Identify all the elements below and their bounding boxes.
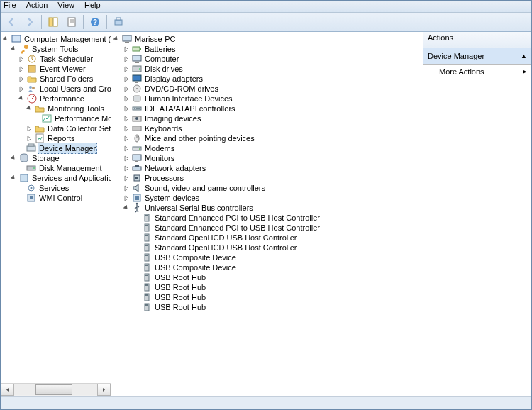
- expand-icon[interactable]: [123, 85, 131, 93]
- device-category[interactable]: Processors: [113, 173, 423, 183]
- expand-icon[interactable]: [123, 184, 131, 192]
- tree-item-reports[interactable]: Reports: [2, 133, 111, 143]
- scroll-right-button[interactable]: [97, 384, 111, 396]
- svg-rect-33: [140, 48, 141, 50]
- device-category[interactable]: Modems: [113, 143, 423, 153]
- expand-icon[interactable]: [123, 115, 131, 123]
- expand-icon[interactable]: [18, 85, 26, 93]
- collapse-icon[interactable]: [123, 204, 131, 212]
- expand-icon[interactable]: [123, 105, 131, 113]
- collapse-icon[interactable]: [26, 105, 33, 113]
- device-category[interactable]: Mice and other pointing devices: [113, 133, 423, 143]
- device-item[interactable]: Standard Enhanced PCI to USB Host Contro…: [113, 213, 423, 223]
- hscrollbar[interactable]: [1, 383, 111, 396]
- menu-help[interactable]: Help: [84, 1, 101, 9]
- scroll-track[interactable]: [14, 384, 97, 395]
- help-button[interactable]: ?: [87, 13, 104, 31]
- collapse-icon[interactable]: [113, 35, 121, 43]
- expand-icon[interactable]: [18, 65, 26, 73]
- collapse-icon[interactable]: [18, 95, 26, 103]
- device-tree[interactable]: Marisse-PCBatteriesComputerDisk drivesDi…: [111, 32, 423, 314]
- device-category[interactable]: Keyboards: [113, 123, 423, 133]
- device-category[interactable]: System devices: [113, 193, 423, 203]
- device-item[interactable]: Standard OpenHCD USB Host Controller: [113, 233, 423, 243]
- tree-item-performance-monitor[interactable]: Performance Mo: [2, 113, 111, 123]
- menu-action[interactable]: Action: [26, 1, 48, 9]
- device-root[interactable]: Marisse-PC: [113, 34, 423, 44]
- svg-rect-31: [125, 42, 129, 43]
- tree-item-services-apps[interactable]: Services and Applications: [2, 173, 111, 183]
- device-category[interactable]: DVD/CD-ROM drives: [113, 84, 423, 94]
- expand-icon[interactable]: [26, 125, 33, 133]
- device-item[interactable]: USB Root Hub: [113, 302, 423, 312]
- device-category[interactable]: Display adapters: [113, 74, 423, 84]
- expand-icon[interactable]: [123, 45, 131, 53]
- properties-button[interactable]: [63, 13, 80, 31]
- device-item[interactable]: Standard OpenHCD USB Host Controller: [113, 243, 423, 253]
- scroll-thumb[interactable]: [35, 384, 72, 395]
- collapse-icon[interactable]: [10, 155, 18, 162]
- device-category[interactable]: Network adapters: [113, 163, 423, 173]
- tree-label: USB Root Hub: [155, 302, 206, 312]
- expand-icon[interactable]: [123, 95, 131, 103]
- scroll-left-button[interactable]: [1, 384, 14, 396]
- expand-icon[interactable]: [123, 165, 131, 172]
- device-category[interactable]: Universal Serial Bus controllers: [113, 203, 423, 213]
- device-category[interactable]: Imaging devices: [113, 113, 423, 123]
- collapse-icon[interactable]: [2, 35, 10, 43]
- show-hide-tree-button[interactable]: [45, 13, 62, 31]
- scan-button[interactable]: [110, 13, 127, 31]
- expand-icon[interactable]: [123, 125, 131, 133]
- tree-label: USB Composite Device: [155, 253, 236, 262]
- tree-item-local-users[interactable]: Local Users and Groups: [2, 84, 111, 94]
- tree-item-wmi[interactable]: WMI Control: [2, 193, 111, 203]
- device-category[interactable]: Sound, video and game controllers: [113, 183, 423, 193]
- tree-label: Display adapters: [145, 74, 203, 84]
- device-item[interactable]: Standard Enhanced PCI to USB Host Contro…: [113, 223, 423, 233]
- menu-file[interactable]: File: [4, 1, 16, 9]
- tree-item-storage[interactable]: Storage: [2, 153, 111, 163]
- tree-item-device-manager[interactable]: Device Manager: [2, 143, 111, 153]
- device-category[interactable]: Batteries: [113, 44, 423, 54]
- expand-icon[interactable]: [123, 135, 131, 143]
- tree-item-system-tools[interactable]: System Tools: [2, 44, 111, 54]
- expand-icon[interactable]: [18, 55, 26, 63]
- tree-item-event-viewer[interactable]: Event Viewer: [2, 64, 111, 74]
- expand-icon[interactable]: [26, 135, 33, 143]
- actions-section[interactable]: Device Manager ▲: [423, 48, 531, 65]
- device-category[interactable]: Human Interface Devices: [113, 94, 423, 104]
- tree-item-shared-folders[interactable]: Shared Folders: [2, 74, 111, 84]
- tree-item-performance[interactable]: Performance: [2, 94, 111, 104]
- collapse-icon[interactable]: [10, 45, 18, 53]
- more-actions-item[interactable]: More Actions ▸: [423, 65, 531, 78]
- tree-label: USB Root Hub: [155, 282, 206, 292]
- expand-icon[interactable]: [123, 145, 131, 153]
- tree-item-services[interactable]: Services: [2, 183, 111, 193]
- device-item[interactable]: USB Root Hub: [113, 292, 423, 302]
- expand-icon[interactable]: [18, 75, 26, 83]
- device-category[interactable]: IDE ATA/ATAPI controllers: [113, 104, 423, 113]
- status-bar: [1, 396, 531, 409]
- device-category[interactable]: Computer: [113, 54, 423, 64]
- device-item[interactable]: USB Composite Device: [113, 262, 423, 272]
- collapse-icon[interactable]: [10, 174, 18, 182]
- tree-item-root[interactable]: Computer Management (Local: [2, 34, 111, 44]
- device-category[interactable]: Monitors: [113, 153, 423, 163]
- tree-item-task-scheduler[interactable]: Task Scheduler: [2, 54, 111, 64]
- expand-icon[interactable]: [123, 194, 131, 202]
- expand-icon[interactable]: [123, 75, 131, 83]
- tree-item-data-collector-sets[interactable]: Data Collector Sets: [2, 123, 111, 133]
- device-item[interactable]: USB Root Hub: [113, 272, 423, 282]
- tree-item-disk-management[interactable]: Disk Management: [2, 163, 111, 173]
- menu-view[interactable]: View: [57, 1, 74, 9]
- tree-item-monitoring-tools[interactable]: Monitoring Tools: [2, 104, 111, 113]
- device-item[interactable]: USB Composite Device: [113, 253, 423, 262]
- expand-icon[interactable]: [123, 55, 131, 63]
- device-category[interactable]: Disk drives: [113, 64, 423, 74]
- scope-tree[interactable]: Computer Management (Local System Tools …: [1, 32, 111, 205]
- device-item[interactable]: USB Root Hub: [113, 282, 423, 292]
- expand-icon[interactable]: [123, 174, 131, 182]
- tree-label: Performance Mo: [55, 113, 111, 123]
- expand-icon[interactable]: [123, 65, 131, 73]
- expand-icon[interactable]: [123, 155, 131, 162]
